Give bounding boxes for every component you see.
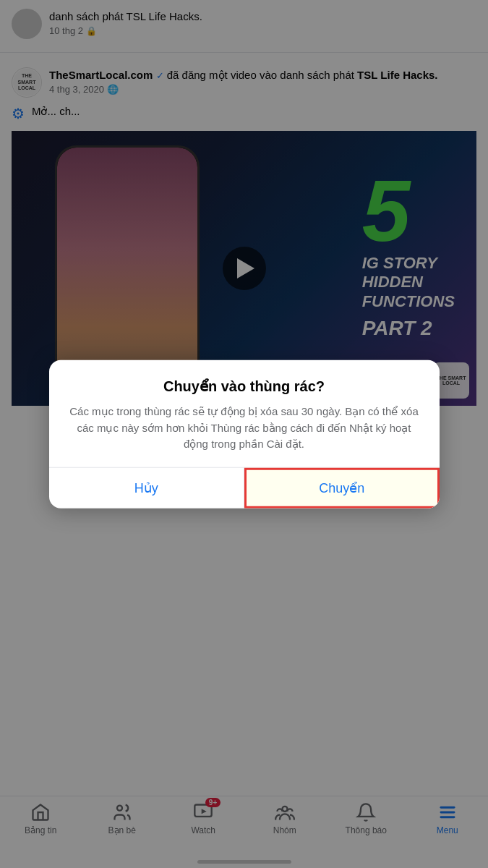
dialog-title: Chuyển vào thùng rác?	[67, 378, 422, 395]
confirm-button[interactable]: Chuyển	[244, 467, 440, 508]
cancel-button[interactable]: Hủy	[49, 467, 244, 508]
dialog-body: Chuyển vào thùng rác? Các mục trong thùn…	[49, 360, 440, 453]
confirm-dialog: Chuyển vào thùng rác? Các mục trong thùn…	[49, 360, 440, 509]
dialog-buttons: Hủy Chuyển	[49, 467, 440, 508]
dialog-message: Các mục trong thùng rác sẽ tự động bị xó…	[67, 404, 422, 453]
